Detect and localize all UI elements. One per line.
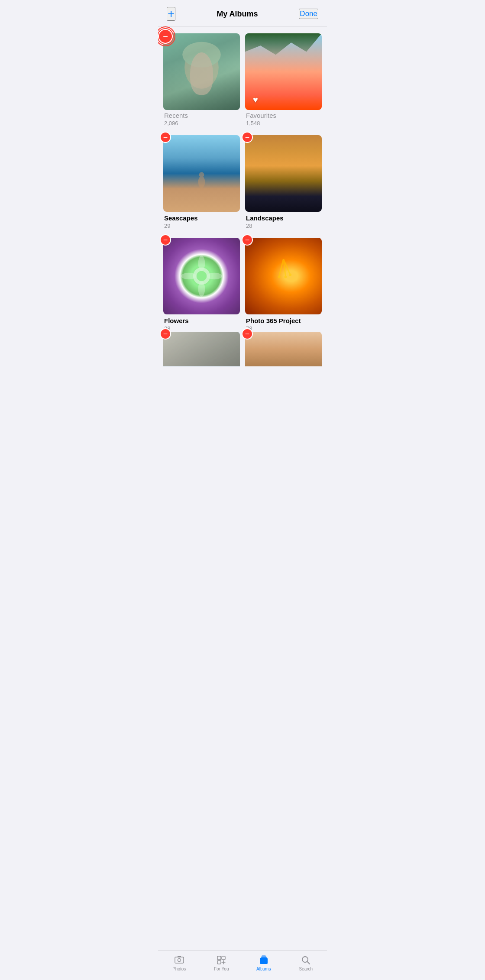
done-button[interactable]: Done: [299, 9, 318, 19]
svg-point-2: [198, 176, 205, 188]
album-thumbnail-flowers: [163, 238, 240, 314]
album-item-seascapes[interactable]: Seascapes 29: [163, 135, 240, 229]
svg-point-8: [181, 273, 196, 280]
album-item-landscapes[interactable]: Landscapes 28: [245, 135, 322, 229]
album-name-favourites: Favourites: [246, 112, 322, 119]
svg-point-14: [284, 276, 287, 278]
album-name-photo365: Photo 365 Project: [246, 317, 322, 324]
album-name-flowers: Flowers: [164, 317, 240, 324]
album-name-recents: Recents: [164, 112, 240, 119]
remove-badge-landscapes[interactable]: [242, 132, 253, 143]
album-item-favourites[interactable]: Favourites 1,548: [245, 33, 322, 126]
remove-badge-seascapes[interactable]: [160, 132, 171, 143]
page-title: My Albums: [217, 10, 258, 19]
album-item-recents[interactable]: Recents 2,096: [163, 33, 240, 126]
album-count-seascapes: 29: [164, 223, 240, 229]
svg-point-15: [289, 274, 291, 276]
main-content: Recents 2,096 Favourites 1,548 Seascapes…: [158, 26, 327, 412]
album-thumbnail-landscapes: [245, 135, 322, 212]
svg-point-9: [207, 273, 222, 280]
album-thumbnail-recents: [163, 33, 240, 110]
album-thumbnail-partial2: [245, 332, 322, 366]
album-count-landscapes: 28: [246, 223, 322, 229]
svg-line-10: [279, 259, 284, 276]
album-thumbnail-partial1: [163, 332, 240, 366]
heart-icon: [249, 94, 262, 106]
albums-grid: Recents 2,096 Favourites 1,548 Seascapes…: [158, 26, 327, 332]
album-thumbnail-photo365: [245, 238, 322, 314]
album-name-seascapes: Seascapes: [164, 214, 240, 222]
remove-badge-flowers[interactable]: [160, 234, 171, 246]
svg-point-3: [199, 172, 204, 178]
svg-rect-16: [163, 332, 240, 366]
remove-badge-partial1[interactable]: [160, 328, 171, 340]
album-item-partial1[interactable]: [163, 332, 240, 366]
header: + My Albums Done: [158, 0, 327, 26]
album-name-landscapes: Landscapes: [246, 214, 322, 222]
remove-badge-recents[interactable]: [158, 29, 173, 44]
album-item-partial2[interactable]: [245, 332, 322, 366]
album-count-recents: 2,096: [164, 120, 240, 126]
album-count-photo365: 78: [246, 325, 322, 332]
svg-point-13: [278, 276, 281, 278]
album-item-flowers[interactable]: Flowers 28: [163, 238, 240, 332]
albums-partial: [158, 332, 327, 373]
album-item-photo365[interactable]: Photo 365 Project 78: [245, 238, 322, 332]
svg-point-1: [182, 42, 221, 68]
svg-point-5: [197, 271, 207, 281]
album-count-favourites: 1,548: [246, 120, 322, 126]
add-button[interactable]: +: [167, 7, 175, 21]
svg-point-6: [198, 256, 205, 271]
svg-point-7: [198, 281, 205, 296]
album-thumbnail-favourites: [245, 33, 322, 110]
remove-badge-photo365[interactable]: [242, 234, 253, 246]
remove-badge-partial2[interactable]: [242, 328, 253, 340]
album-thumbnail-seascapes: [163, 135, 240, 212]
album-count-flowers: 28: [164, 325, 240, 332]
